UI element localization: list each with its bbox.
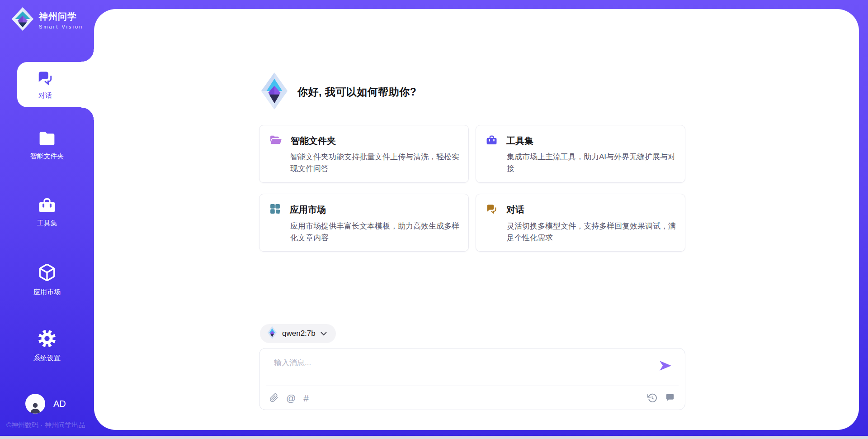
card-description: 智能文件夹功能支持批量文件上传与清洗，轻松实现文件问答 bbox=[290, 151, 460, 175]
feature-cards: 智能文件夹 智能文件夹功能支持批量文件上传与清洗，轻松实现文件问答 工具集 集成… bbox=[259, 125, 685, 252]
card-description: 应用市场提供丰富长文本模板，助力高效生成多样化文章内容 bbox=[290, 220, 460, 244]
grid-icon bbox=[269, 203, 281, 216]
sidebar-item-label: 工具集 bbox=[37, 219, 57, 228]
brand-subtitle: Smart Vision bbox=[39, 24, 83, 29]
sidebar-item-apps[interactable]: 应用市场 bbox=[0, 262, 94, 301]
cube-icon bbox=[38, 262, 57, 284]
card-chat[interactable]: 对话 灵活切换多模型文件，支持多样回复效果调试，满足个性化需求 bbox=[476, 194, 685, 252]
composer-toolbar: @ # bbox=[269, 386, 675, 410]
sidebar-item-chat[interactable]: 对话 bbox=[17, 62, 95, 107]
card-description: 集成市场上主流工具，助力AI与外界无缝扩展与对接 bbox=[507, 151, 677, 175]
sidebar-item-tools[interactable]: 工具集 bbox=[0, 196, 94, 234]
sidebar-item-label: 系统设置 bbox=[33, 354, 61, 363]
folder-open-icon bbox=[269, 134, 282, 147]
brand-logo: 神州问学 Smart Vision bbox=[11, 6, 83, 33]
card-toolset[interactable]: 工具集 集成市场上主流工具，助力AI与外界无缝扩展与对接 bbox=[476, 125, 685, 183]
card-title: 对话 bbox=[506, 204, 524, 216]
sidebar-item-settings[interactable]: 系统设置 bbox=[0, 329, 94, 367]
sidebar-item-label: 应用市场 bbox=[33, 288, 61, 296]
mention-icon[interactable]: @ bbox=[286, 393, 296, 403]
toolbox-icon bbox=[486, 134, 497, 147]
card-description: 灵活切换多模型文件，支持多样回复效果调试，满足个性化需求 bbox=[507, 220, 677, 244]
user-name: AD bbox=[53, 399, 66, 409]
chat-bubbles-icon bbox=[37, 70, 53, 88]
user-profile[interactable]: AD bbox=[25, 394, 66, 414]
sidebar: 神州问学 Smart Vision 对话 智能文件夹 bbox=[0, 0, 94, 439]
model-diamond-icon bbox=[267, 326, 277, 341]
folder-icon bbox=[38, 130, 56, 148]
card-title: 智能文件夹 bbox=[291, 135, 336, 147]
message-input[interactable] bbox=[274, 358, 645, 381]
chat-bubbles-icon bbox=[486, 203, 497, 216]
toolbox-icon bbox=[38, 196, 56, 215]
sidebar-item-folders[interactable]: 智能文件夹 bbox=[0, 130, 94, 168]
model-name: qwen2:7b bbox=[282, 329, 316, 338]
card-title: 工具集 bbox=[506, 135, 533, 147]
card-smart-folders[interactable]: 智能文件夹 智能文件夹功能支持批量文件上传与清洗，轻松实现文件问答 bbox=[259, 125, 469, 183]
window-bottom-edge bbox=[0, 436, 868, 439]
chat-history-icon[interactable] bbox=[665, 393, 675, 403]
chevron-down-icon bbox=[321, 332, 327, 336]
attachment-icon[interactable] bbox=[269, 393, 278, 403]
assistant-diamond-icon bbox=[260, 72, 288, 112]
brand-name: 神州问学 bbox=[39, 10, 83, 23]
model-selector[interactable]: qwen2:7b bbox=[260, 324, 336, 343]
avatar bbox=[25, 394, 45, 414]
sidebar-item-label: 智能文件夹 bbox=[30, 152, 64, 161]
message-composer: @ # bbox=[259, 348, 685, 410]
card-app-market[interactable]: 应用市场 应用市场提供丰富长文本模板，助力高效生成多样化文章内容 bbox=[259, 194, 469, 252]
brand-diamond-icon bbox=[11, 6, 34, 33]
history-icon[interactable] bbox=[647, 393, 657, 403]
hashtag-icon[interactable]: # bbox=[303, 393, 309, 403]
sidebar-item-label: 对话 bbox=[38, 91, 52, 100]
gear-icon bbox=[37, 329, 57, 350]
greeting-title: 你好, 我可以如何帮助你? bbox=[297, 85, 416, 99]
copyright-text: ©神州数码 · 神州问学出品 bbox=[6, 421, 85, 429]
send-icon[interactable] bbox=[659, 359, 672, 372]
card-title: 应用市场 bbox=[290, 204, 326, 216]
greeting: 你好, 我可以如何帮助你? bbox=[260, 72, 416, 112]
